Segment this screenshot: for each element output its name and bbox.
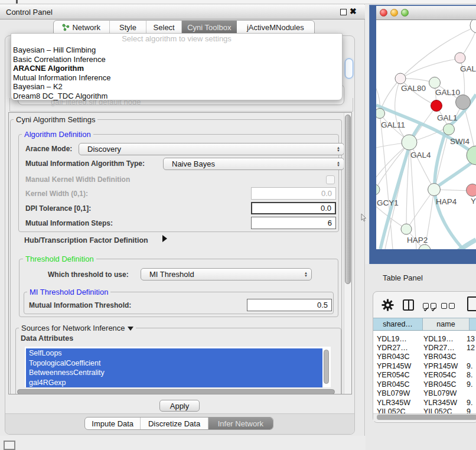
table-row[interactable]: YBR043CYBR043C [373,353,476,361]
dropdown-item[interactable]: Dream8 DC_TDC Algorithm [13,92,338,100]
manual-kernel-checkbox[interactable] [326,175,335,184]
selected-attributes-block: SelfLoops TopologicalCoefficient Between… [26,348,322,387]
dropdown-item[interactable]: Mutual Information Inference [13,73,338,82]
network-icon [62,24,70,31]
columns-icon[interactable] [403,299,414,311]
table-row[interactable]: YER054CYER054C8. [373,371,476,380]
tab-network[interactable]: Network [54,21,110,34]
table-row[interactable]: YPR145WYPR145W9. [373,362,476,371]
node-label: Y [471,197,476,206]
dpi-tolerance-label: DPI Tolerance [0,1]: [25,204,91,213]
close-icon[interactable]: ✖ [350,6,357,16]
tab-infer-network[interactable]: Infer Network [208,418,273,429]
table-row[interactable]: YLR345WYLR345W9. [373,399,476,407]
float-window-icon[interactable] [340,9,347,15]
collapsed-panel-icon[interactable] [4,441,15,450]
table-cell: YBR043C [377,353,410,361]
tab-discretize-data[interactable]: Discretize Data [141,418,208,429]
settings-group-title: Cyni Algorithm Settings [14,115,97,124]
table-row[interactable]: YDL19…YDL19…13 [373,335,476,344]
kernel-width-input[interactable]: 0.0 [251,187,336,200]
dropdown-item-selected[interactable]: ARACNE Algorithm [13,64,338,73]
mi-steps-input[interactable]: 6 [251,217,336,229]
mi-algorithm-type-label: Mutual Information Algorithm Type: [25,159,145,168]
network-graph: GAL7 GAL80 GAL10 GAL1 GAL11 SWI4 GAL4 GC… [376,20,476,249]
gear-icon[interactable] [382,299,394,311]
table-cell: 9. [467,399,472,407]
aracne-mode-label: Aracne Mode: [25,145,72,153]
dpi-tolerance-input[interactable]: 0.0 [251,202,336,214]
tab-cyni-toolbox[interactable]: Cyni Toolbox [182,21,237,34]
table-cell: YBR045C [423,380,457,389]
attribute-item[interactable]: gal4RGexp [29,378,321,388]
settings-scrollpane: Cyni Algorithm Settings Algorithm Defini… [8,112,352,394]
aracne-mode-select[interactable]: Discovery ▲▼ [79,143,344,155]
table-cell: YDR27… [377,344,408,353]
which-threshold-select[interactable]: MI Threshold ▲▼ [141,268,312,281]
background-groupbox [9,111,353,112]
algorithm-dropdown-prompt: Select algorithm to view settings [11,34,343,43]
column-header-name[interactable]: name [423,318,470,330]
attributes-scrollbar[interactable] [324,350,329,384]
expand-arrow-icon[interactable] [162,235,167,242]
table-row[interactable]: YIL052CYIL052C9 [373,407,476,413]
mi-steps-label: Mutual Information Steps: [25,219,113,227]
tab-style[interactable]: Style [110,21,147,34]
table-cell: YBL079W [423,389,457,398]
sources-title[interactable]: Sources for Network Inference [19,324,136,332]
dropdown-item[interactable]: Bayesian – K2 [13,82,338,91]
table-cell: YER054C [423,371,457,380]
column-header-partial[interactable] [470,318,476,330]
dropdown-item[interactable]: Bayesian – Hill Climbing [13,45,338,54]
settings-vertical-scrollbar-thumb[interactable] [345,115,351,284]
mi-threshold-label: Mutual Information Threshold: [29,301,131,309]
table-panel-title: Table Panel [383,273,423,282]
attribute-item[interactable]: SelfLoops [29,348,321,358]
unchecked-checkbox-icon[interactable] [441,303,447,309]
node-label: GAL4 [410,151,431,159]
checked-checkbox-icon[interactable] [431,303,436,309]
data-attributes-label: Data Attributes [21,334,73,343]
cyni-bottom-tabs: Impute Data Discretize Data Infer Networ… [84,417,273,430]
table-cell: YIL052C [377,407,406,413]
tab-select[interactable]: Select [146,21,182,34]
table-row[interactable]: YDR27…YDR27…12 [373,344,476,353]
node-label: GAL11 [381,120,405,129]
table-row[interactable]: YBL079WYBL079W [373,389,476,398]
close-traffic-light[interactable] [380,9,387,17]
mi-threshold-input[interactable]: 0.5 [247,299,332,311]
tab-jactivemnodules[interactable]: jActiveMNodules [237,21,314,34]
node-label: HAP2 [407,236,428,244]
table-cell: 8. [467,371,472,380]
collapse-arrow-icon [128,327,133,331]
mi-threshold-definition-title: MI Threshold Definition [27,288,110,296]
node-label: HAP4 [436,197,457,206]
document-icon[interactable] [467,296,476,311]
minimize-traffic-light[interactable] [390,9,398,17]
table-row[interactable]: YBR045CYBR045C9. [373,380,476,389]
dropdown-item[interactable]: Basic Correlation Inference [13,55,338,64]
mi-algorithm-type-select[interactable]: Naive Bayes ▲▼ [163,158,344,170]
kernel-width-label: Kernel Width (0,1): [25,190,88,198]
column-header-shared[interactable]: shared… [373,318,423,330]
combo-arrows-icon: ▲▼ [333,146,344,152]
attribute-item[interactable]: TopologicalCoefficient [29,358,321,369]
table-cell: YPR145W [377,362,411,371]
network-canvas[interactable]: GAL7 GAL80 GAL10 GAL1 GAL11 SWI4 GAL4 GC… [376,20,476,249]
table-cell: YDL19… [423,335,454,344]
attribute-item[interactable]: BetweennessCentrality [29,368,321,378]
apply-button[interactable]: Apply [159,400,200,412]
node-label: GCY1 [377,198,399,207]
table-cell: 13 [467,335,475,344]
unchecked-checkbox-icon[interactable] [449,303,455,309]
algorithm-combo-focused[interactable] [345,58,353,79]
zoom-traffic-light[interactable] [401,9,409,17]
control-panel-titlebar [0,5,365,19]
table-body: YDL19…YDL19…13YDR27…YDR27…12YBR043CYBR04… [373,331,476,413]
hub-definition-label[interactable]: Hub/Transcription Factor Definition [24,236,148,244]
settings-horizontal-scrollbar[interactable] [17,389,335,394]
checked-checkbox-icon[interactable] [423,303,429,309]
table-cell: YDR27… [423,344,455,353]
manual-kernel-label: Manual Kernel Width Definition [25,175,130,184]
tab-impute-data[interactable]: Impute Data [85,418,141,429]
